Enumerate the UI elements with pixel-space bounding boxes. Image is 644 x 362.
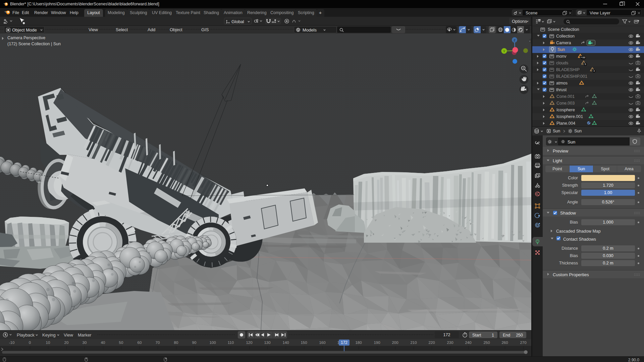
svg-text:Y: Y bbox=[503, 50, 505, 53]
svg-text:‹: ‹ bbox=[529, 39, 530, 43]
svg-text:Z: Z bbox=[514, 39, 516, 42]
svg-text:Camera Perspective: Camera Perspective bbox=[7, 36, 45, 40]
svg-text:(172) Scene Collection | Sun: (172) Scene Collection | Sun bbox=[7, 42, 61, 46]
